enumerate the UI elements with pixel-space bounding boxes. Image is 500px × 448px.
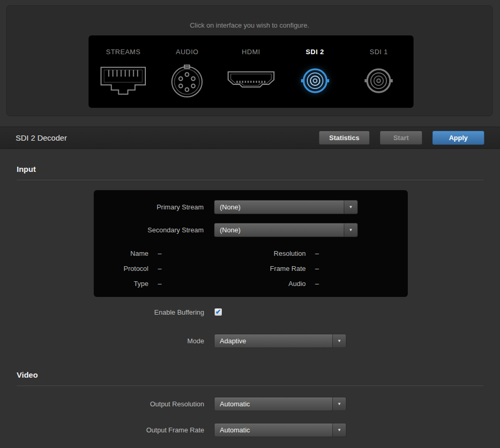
stat-value: – (315, 250, 408, 257)
configure-instruction: Click on interface you wish to configure… (7, 21, 492, 29)
secondary-stream-row: Secondary Stream (None) ▼ (94, 223, 408, 237)
hdmi-connector-icon (226, 60, 276, 102)
decoder-header: SDI 2 Decoder Statistics Start Apply (0, 127, 500, 149)
secondary-stream-select[interactable]: (None) ▼ (214, 223, 358, 237)
output-resolution-select[interactable]: Automatic ▼ (214, 397, 346, 411)
primary-stream-select[interactable]: (None) ▼ (214, 200, 358, 214)
input-section-heading: Input (17, 165, 36, 173)
interface-item-streams[interactable]: STREAMS (94, 48, 153, 102)
stat-label: Resolution (243, 250, 306, 257)
enable-buffering-row: Enable Buffering ✔ (0, 308, 222, 316)
checkmark-icon: ✔ (216, 308, 221, 315)
primary-stream-value: (None) (215, 203, 344, 211)
statistics-button[interactable]: Statistics (319, 131, 370, 145)
stat-value: – (158, 265, 234, 272)
chevron-down-icon: ▼ (332, 424, 346, 437)
interface-label: HDMI (242, 48, 260, 56)
chevron-down-icon: ▼ (344, 223, 357, 237)
input-stream-panel: Primary Stream (None) ▼ Secondary Stream… (94, 190, 408, 297)
output-resolution-row: Output Resolution Automatic ▼ (0, 397, 346, 411)
stat-label: Protocol (94, 265, 148, 272)
page-title: SDI 2 Decoder (16, 133, 67, 142)
chevron-down-icon: ▼ (344, 201, 357, 214)
interface-label: AUDIO (176, 48, 198, 56)
interface-item-sdi2[interactable]: SDI 2 (286, 48, 344, 102)
secondary-stream-label: Secondary Stream (94, 226, 204, 234)
interface-label: STREAMS (106, 48, 140, 56)
output-resolution-label: Output Resolution (0, 400, 204, 408)
output-frame-rate-label: Output Frame Rate (0, 426, 204, 434)
enable-buffering-label: Enable Buffering (0, 308, 204, 316)
stat-label: Type (94, 280, 148, 288)
stat-value: – (158, 280, 234, 288)
input-section-divider (17, 180, 483, 180)
primary-stream-label: Primary Stream (94, 203, 204, 211)
interface-label: SDI 2 (306, 48, 324, 56)
interface-item-hdmi[interactable]: HDMI (222, 48, 280, 102)
interface-label: SDI 1 (370, 48, 388, 56)
apply-button[interactable]: Apply (432, 131, 484, 145)
stat-label: Frame Rate (243, 265, 306, 272)
header-buttons: Statistics Start Apply (319, 131, 484, 145)
start-button[interactable]: Start (380, 131, 422, 145)
enable-buffering-checkbox[interactable]: ✔ (214, 308, 222, 316)
output-frame-rate-select[interactable]: Automatic ▼ (214, 423, 346, 437)
bnc-connector-sdi2-icon (301, 60, 329, 102)
stat-value: – (158, 250, 234, 257)
din-audio-connector-icon (170, 60, 204, 102)
interface-item-audio[interactable]: AUDIO (158, 48, 216, 102)
interface-item-sdi1[interactable]: SDI 1 (349, 48, 408, 102)
primary-stream-row: Primary Stream (None) ▼ (94, 200, 408, 214)
mode-value: Adaptive (215, 337, 332, 345)
mode-row: Mode Adaptive ▼ (0, 334, 346, 348)
stat-value: – (315, 280, 408, 288)
stream-stats-grid: Name – Resolution – Protocol – Frame Rat… (94, 250, 408, 288)
mode-select[interactable]: Adaptive ▼ (214, 334, 346, 348)
interface-selector-panel: Click on interface you wish to configure… (6, 5, 493, 116)
stat-label: Audio (243, 280, 306, 288)
secondary-stream-value: (None) (215, 226, 344, 234)
page: Click on interface you wish to configure… (0, 0, 500, 448)
connector-strip: STREAMS AUDIO (89, 35, 414, 108)
stat-value: – (315, 265, 408, 272)
rj45-ethernet-icon (98, 60, 148, 102)
bnc-connector-sdi1-icon (365, 60, 393, 102)
mode-label: Mode (0, 337, 204, 345)
output-frame-rate-row: Output Frame Rate Automatic ▼ (0, 423, 346, 437)
video-section-divider (17, 385, 483, 386)
video-section-heading: Video (17, 370, 38, 379)
output-resolution-value: Automatic (215, 400, 332, 408)
output-frame-rate-value: Automatic (215, 426, 332, 434)
chevron-down-icon: ▼ (332, 397, 346, 410)
chevron-down-icon: ▼ (332, 334, 346, 347)
stat-label: Name (94, 250, 148, 257)
